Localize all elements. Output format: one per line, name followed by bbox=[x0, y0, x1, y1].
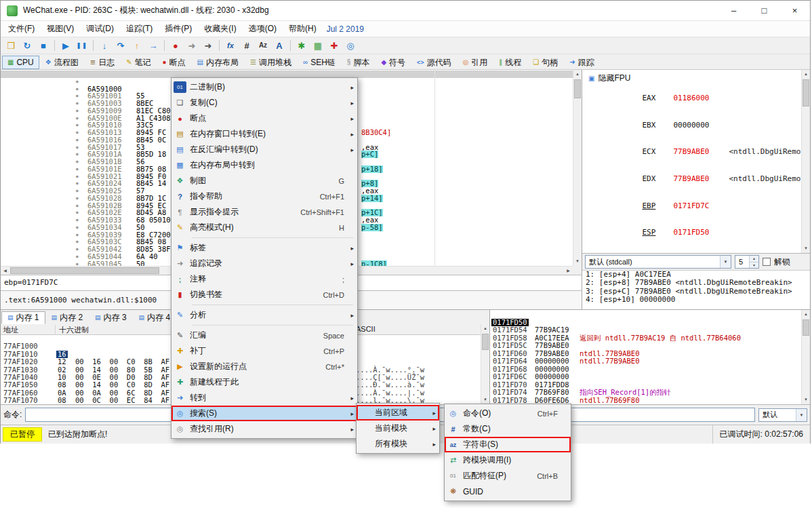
scroll-up-arrow[interactable]: ▲ bbox=[802, 310, 810, 319]
view-tab[interactable]: ◆ 符号 bbox=[375, 56, 411, 69]
maximize-button[interactable]: □ bbox=[749, 1, 779, 21]
restart-icon[interactable]: ↻ bbox=[19, 38, 35, 53]
chevron-down-icon[interactable]: ▼ bbox=[720, 256, 731, 268]
search-icon[interactable]: ◎ bbox=[342, 38, 359, 53]
dump-tab[interactable]: ▤ 内存 2 bbox=[45, 311, 89, 324]
context-menu-item[interactable]: ✚ 补丁 Ctrl+P bbox=[171, 343, 357, 359]
view-tab[interactable]: ● 断点 bbox=[157, 56, 191, 69]
dump-tab[interactable]: ▤ 内存 3 bbox=[89, 311, 133, 324]
context-menu-item[interactable]: ▶ 设置新的运行点 Ctrl+* bbox=[171, 359, 357, 374]
dump-tab[interactable]: ▤ 内存 4 bbox=[133, 311, 177, 324]
view-tab[interactable]: ☰ 调用堆栈 bbox=[245, 56, 297, 69]
stop-icon[interactable]: ■ bbox=[35, 38, 52, 53]
hash-icon[interactable]: # bbox=[239, 38, 255, 53]
view-tab[interactable]: ➜ 跟踪 bbox=[564, 56, 599, 69]
view-tab[interactable]: ≣ 日志 bbox=[85, 56, 120, 69]
dump-scrollbar[interactable]: ▲ ▼ bbox=[481, 324, 489, 404]
chevron-down-icon[interactable]: ▼ bbox=[796, 409, 807, 421]
run-icon[interactable]: ▶ bbox=[58, 38, 74, 53]
argument-count-spinner[interactable]: 5 ▲ ▼ bbox=[735, 255, 759, 269]
az-icon[interactable]: Az bbox=[255, 38, 271, 53]
context-menu-item[interactable]: ; 注释 ; bbox=[171, 271, 357, 287]
context-menu-item[interactable]: ▤ 在内存窗口中转到(E) bbox=[171, 126, 357, 142]
menu-bar-item[interactable]: 调试(D) bbox=[80, 21, 120, 37]
menu-bar-item[interactable]: 选项(O) bbox=[243, 21, 283, 37]
stack-row[interactable]: 0171FD60 00000000 bbox=[490, 342, 801, 350]
scroll-down-arrow[interactable]: ▼ bbox=[573, 257, 582, 266]
view-tab[interactable]: ▦ CPU bbox=[2, 56, 39, 69]
stack-row[interactable]: 0171FD5C 77B9ABE0 ntdll.77B9ABE0 bbox=[490, 334, 801, 343]
disasm-vertical-scrollbar[interactable]: ▲ ▼ bbox=[573, 70, 582, 266]
step-into-icon[interactable]: ↓ bbox=[96, 38, 113, 53]
scroll-up-arrow[interactable]: ▲ bbox=[481, 324, 489, 333]
trace-into-icon[interactable]: ➜ bbox=[184, 38, 200, 53]
menu-bar-item[interactable]: 收藏夹(I) bbox=[198, 21, 242, 37]
view-tab[interactable]: ❖ 流程图 bbox=[40, 56, 84, 69]
stack-row[interactable]: 0171FD54 A0C17EEA bbox=[490, 319, 801, 327]
pause-icon[interactable]: ❚❚ bbox=[74, 38, 90, 53]
address-column-header[interactable]: 地址 bbox=[3, 325, 18, 335]
submenu-item[interactable]: 当前模块 bbox=[357, 421, 439, 436]
register-row[interactable]: ESI77B9ABE0<ntdll.DbgUiRemoteBreakin> bbox=[588, 246, 801, 253]
registers-scrollbar[interactable]: ▲ ▼ bbox=[801, 70, 810, 253]
menu-bar-item[interactable]: 追踪(T) bbox=[120, 21, 159, 37]
dump-tab[interactable]: ▤ 内存 1 bbox=[1, 311, 45, 324]
register-row[interactable]: EBP0171FD7C bbox=[588, 192, 801, 219]
call-argument-row[interactable]: 2: [esp+8] 77B9ABE0 <ntdll.DbgUiRemoteBr… bbox=[582, 279, 810, 287]
stack-row[interactable]: 0171FD68 00000000 bbox=[490, 357, 801, 366]
scrollbar-thumb[interactable] bbox=[803, 319, 809, 336]
spinner-down-icon[interactable]: ▼ bbox=[749, 262, 758, 268]
calling-convention-dropdown[interactable]: 默认 (stdcall) ▼ bbox=[585, 255, 731, 269]
stack-row[interactable]: 0171FD58 77B9ABE0 ntdll.77B9ABE0 bbox=[490, 326, 801, 334]
stack-scrollbar[interactable]: ▲ ▼ bbox=[801, 310, 810, 404]
view-tab[interactable]: § 脚本 bbox=[342, 56, 375, 69]
submenu-item[interactable]: ◎ 命令(O) Ctrl+F bbox=[445, 406, 571, 421]
register-row[interactable]: EDX77B9ABE0<ntdll.DbgUiRemoteBreakin> bbox=[588, 165, 801, 193]
context-menu-item[interactable]: ➜ 转到 bbox=[171, 390, 357, 406]
submenu-item[interactable]: 01 匹配特征(P) Ctrl+B bbox=[445, 468, 571, 484]
menu-bar-item[interactable]: 插件(P) bbox=[159, 21, 198, 37]
patch-icon[interactable]: ✚ bbox=[326, 38, 342, 53]
menu-bar-item[interactable]: 文件(F) bbox=[2, 21, 41, 37]
breakpoint-icon[interactable]: ● bbox=[167, 38, 184, 53]
submenu-item[interactable]: ⇄ 跨模块调用(I) bbox=[445, 452, 571, 468]
submenu-item[interactable]: # 常数(C) bbox=[445, 421, 571, 437]
register-row[interactable]: EBX00000000 bbox=[588, 112, 801, 139]
context-menu-item[interactable]: ¶ 显示指令提示 Ctrl+Shift+F1 bbox=[171, 204, 357, 220]
toolbar-separator[interactable] bbox=[216, 38, 222, 53]
run-until-return-icon[interactable]: → bbox=[145, 38, 161, 53]
toolbar-separator[interactable] bbox=[90, 38, 96, 53]
close-button[interactable]: × bbox=[779, 1, 810, 21]
context-menu-item[interactable]: ◎ 搜索(S) bbox=[171, 406, 357, 421]
view-tab[interactable]: <> 源代码 bbox=[411, 56, 457, 69]
context-menu-item[interactable]: ⚑ 标签 bbox=[171, 240, 357, 256]
font-icon[interactable]: A bbox=[271, 38, 287, 53]
step-over-icon[interactable]: ↷ bbox=[113, 38, 129, 53]
scroll-left-arrow[interactable]: ◀ bbox=[1, 267, 9, 275]
trace-over-icon[interactable]: ➜ bbox=[200, 38, 216, 53]
hex-column-header[interactable]: 十六进制 bbox=[59, 325, 89, 335]
scroll-up-arrow[interactable]: ▲ bbox=[573, 70, 582, 79]
context-menu-item[interactable]: ▤ 在反汇编中转到(D) bbox=[171, 142, 357, 157]
context-menu-item[interactable]: ✚ 新建线程于此 bbox=[171, 374, 357, 390]
open-file-icon[interactable]: ❒ bbox=[3, 38, 19, 53]
view-tab[interactable]: ∥ 线程 bbox=[493, 56, 527, 69]
context-menu-item[interactable]: ▮ 切换书签 Ctrl+D bbox=[171, 287, 357, 302]
scroll-down-arrow[interactable]: ▼ bbox=[802, 244, 810, 253]
step-out-icon[interactable]: ↑ bbox=[129, 38, 145, 53]
minimize-button[interactable]: – bbox=[718, 1, 749, 21]
context-menu-item[interactable]: ✎ 分析 bbox=[171, 307, 357, 323]
hide-fpu-button[interactable]: ▣ 隐藏FPU bbox=[588, 72, 801, 85]
toolbar-separator[interactable] bbox=[161, 38, 167, 53]
scroll-right-arrow[interactable]: ▶ bbox=[564, 267, 573, 275]
ascii-column-header[interactable]: ASCII bbox=[356, 325, 375, 333]
view-tab[interactable]: ◎ 引用 bbox=[458, 56, 493, 69]
stack-row[interactable]: 0171FD78 00000000 bbox=[490, 389, 801, 397]
context-menu-item[interactable]: ❏ 复制(C) bbox=[171, 95, 357, 111]
submenu-item[interactable]: ❋ GUID bbox=[445, 484, 571, 499]
stack-row[interactable]: 0171FD64 00000000 bbox=[490, 350, 801, 358]
stack-row[interactable]: 0171FD74 D60FE6D6 bbox=[490, 381, 801, 389]
toolbar-separator[interactable] bbox=[52, 38, 58, 53]
context-menu-item[interactable]: ● 断点 bbox=[171, 111, 357, 126]
stack-row[interactable]: 0171FD50 77B9AC19 返回到 ntdll.77B9AC19 自 n… bbox=[490, 311, 801, 319]
